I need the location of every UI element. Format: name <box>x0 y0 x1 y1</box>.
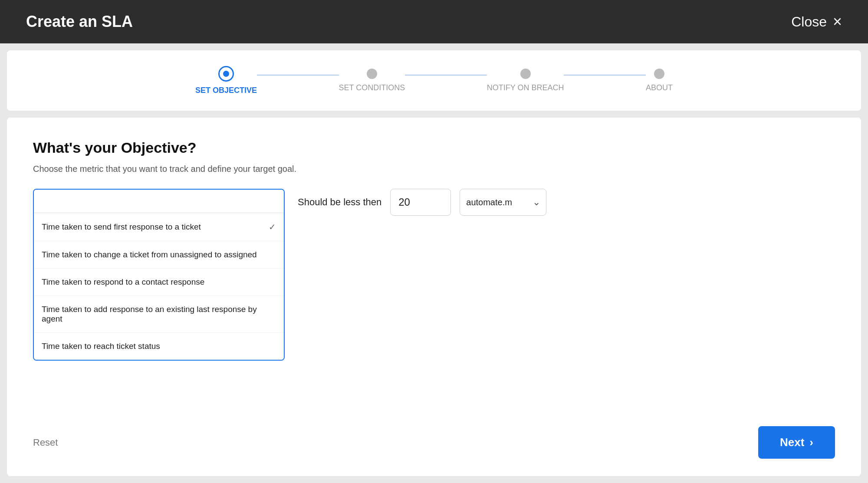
modal-body: SET OBJECTIVE SET CONDITIONS NOTIFY ON B… <box>0 43 868 483</box>
condition-value-input[interactable] <box>390 189 451 216</box>
step-line-3 <box>564 75 646 76</box>
close-icon: × <box>833 13 842 31</box>
step-set-conditions[interactable]: SET CONDITIONS <box>339 69 405 92</box>
list-item[interactable]: Time taken to change a ticket from unass… <box>34 241 284 269</box>
right-controls: Should be less then automate.m minutes h… <box>298 189 546 216</box>
step-label-set-conditions: SET CONDITIONS <box>339 83 405 92</box>
step-circle-inactive-2 <box>367 69 377 79</box>
modal-title: Create an SLA <box>26 13 133 31</box>
item-text: Time taken to send first response to a t… <box>42 222 201 232</box>
content-title: What's your Objective? <box>33 139 835 156</box>
stepper: SET OBJECTIVE SET CONDITIONS NOTIFY ON B… <box>195 66 673 95</box>
content-panel: What's your Objective? Choose the metric… <box>7 118 861 476</box>
next-button[interactable]: Next › <box>758 426 835 459</box>
form-row: Time taken to send first response to a t… <box>33 189 835 413</box>
item-text: Time taken to add response to an existin… <box>42 305 276 324</box>
unit-select[interactable]: automate.m minutes hours days <box>460 189 546 216</box>
content-footer: Reset Next › <box>33 413 835 459</box>
step-about[interactable]: ABOUT <box>646 69 673 92</box>
step-notify-on-breach[interactable]: NOTIFY ON BREACH <box>487 69 564 92</box>
check-icon: ✓ <box>269 222 276 232</box>
steps-panel: SET OBJECTIVE SET CONDITIONS NOTIFY ON B… <box>7 50 861 111</box>
metric-dropdown[interactable]: Time taken to send first response to a t… <box>33 189 285 361</box>
list-item[interactable]: Time taken to add response to an existin… <box>34 296 284 333</box>
step-set-objective[interactable]: SET OBJECTIVE <box>195 66 257 95</box>
dropdown-search-input[interactable] <box>34 190 284 213</box>
content-subtitle: Choose the metric that you want to track… <box>33 164 835 174</box>
modal-header: Create an SLA Close × <box>0 0 868 43</box>
list-item[interactable]: Time taken to send first response to a t… <box>34 213 284 241</box>
dropdown-list: Time taken to send first response to a t… <box>34 213 284 360</box>
step-circle-active <box>218 66 234 82</box>
condition-label: Should be less then <box>298 197 381 208</box>
step-line-2 <box>405 75 487 76</box>
item-text: Time taken to reach ticket status <box>42 342 160 351</box>
next-arrow-icon: › <box>809 436 813 449</box>
step-circle-inactive-4 <box>654 69 664 79</box>
list-item[interactable]: Time taken to reach ticket status <box>34 333 284 360</box>
step-label-notify-on-breach: NOTIFY ON BREACH <box>487 83 564 92</box>
step-line-1 <box>257 75 339 76</box>
modal-wrapper: Create an SLA Close × SET OBJECTIVE SET … <box>0 0 868 483</box>
reset-button[interactable]: Reset <box>33 437 58 448</box>
item-text: Time taken to respond to a contact respo… <box>42 277 204 287</box>
unit-select-wrapper: automate.m minutes hours days <box>460 189 546 216</box>
item-text: Time taken to change a ticket from unass… <box>42 250 257 260</box>
step-label-about: ABOUT <box>646 83 673 92</box>
step-circle-inactive-3 <box>520 69 531 79</box>
close-label: Close <box>791 14 827 30</box>
condition-row: Should be less then automate.m minutes h… <box>298 189 546 216</box>
close-button[interactable]: Close × <box>791 13 842 31</box>
next-label: Next <box>780 436 804 449</box>
list-item[interactable]: Time taken to respond to a contact respo… <box>34 269 284 296</box>
step-label-set-objective: SET OBJECTIVE <box>195 86 257 95</box>
